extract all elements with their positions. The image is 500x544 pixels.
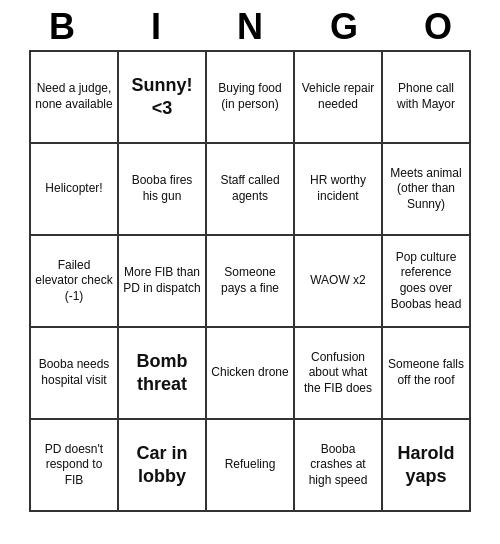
bingo-cell-1: Need a judge, none available <box>31 52 119 144</box>
bingo-cell-19: Confusion about what the FIB does <box>295 328 383 420</box>
bingo-cell-11: Failed elevator check (-1) <box>31 236 119 328</box>
bingo-cell-7: Booba fires his gun <box>119 144 207 236</box>
bingo-cell-21: PD doesn't respond to FIB <box>31 420 119 512</box>
bingo-cell-22: Car in lobby <box>119 420 207 512</box>
bingo-cell-16: Booba needs hospital visit <box>31 328 119 420</box>
bingo-cell-12: More FIB than PD in dispatch <box>119 236 207 328</box>
bingo-cell-15: Pop culture reference goes over Boobas h… <box>383 236 471 328</box>
bingo-header: B I N G O <box>15 0 485 50</box>
bingo-cell-18: Chicken drone <box>207 328 295 420</box>
bingo-cell-14: WAOW x2 <box>295 236 383 328</box>
bingo-grid: Need a judge, none availableSunny! <3Buy… <box>29 50 471 512</box>
letter-n: N <box>206 6 294 48</box>
bingo-cell-2: Sunny! <3 <box>119 52 207 144</box>
bingo-cell-24: Booba crashes at high speed <box>295 420 383 512</box>
bingo-cell-13: Someone pays a fine <box>207 236 295 328</box>
bingo-cell-20: Someone falls off the roof <box>383 328 471 420</box>
letter-b: B <box>18 6 106 48</box>
bingo-cell-17: Bomb threat <box>119 328 207 420</box>
letter-g: G <box>300 6 388 48</box>
bingo-cell-4: Vehicle repair needed <box>295 52 383 144</box>
letter-o: O <box>394 6 482 48</box>
bingo-cell-3: Buying food (in person) <box>207 52 295 144</box>
bingo-cell-25: Harold yaps <box>383 420 471 512</box>
bingo-cell-6: Helicopter! <box>31 144 119 236</box>
bingo-cell-5: Phone call with Mayor <box>383 52 471 144</box>
bingo-cell-9: HR worthy incident <box>295 144 383 236</box>
bingo-cell-23: Refueling <box>207 420 295 512</box>
bingo-cell-8: Staff called agents <box>207 144 295 236</box>
letter-i: I <box>112 6 200 48</box>
bingo-cell-10: Meets animal (other than Sunny) <box>383 144 471 236</box>
